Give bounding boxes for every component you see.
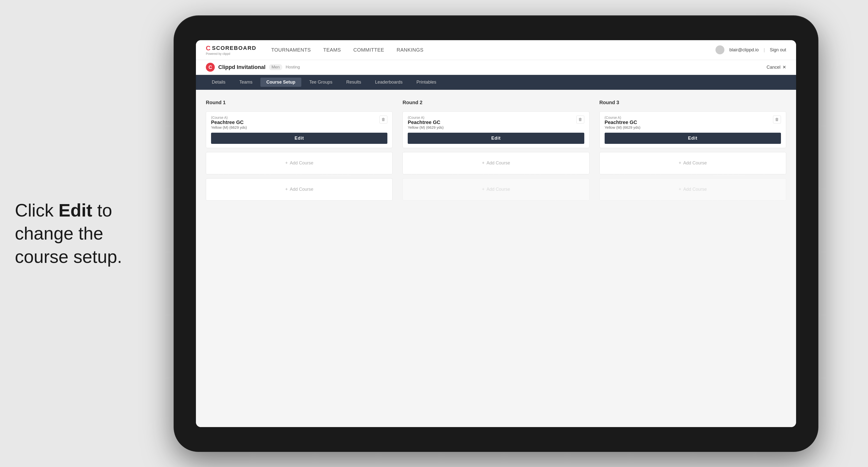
sign-out-link[interactable]: Sign out: [770, 48, 786, 53]
round-1-course-a-card: (Course A) Peachtree GC Yellow (M) (6629…: [206, 111, 393, 148]
round-2-column: Round 2 (Course A) Peachtree GC Yellow (…: [403, 100, 589, 200]
instruction-bold: Edit: [59, 200, 92, 220]
course-card-body: Edit: [600, 130, 786, 148]
tab-course-setup[interactable]: Course Setup: [260, 77, 301, 87]
main-content: Round 1 (Course A) Peachtree GC Yellow (…: [196, 90, 796, 427]
course-delete-button[interactable]: 🗑: [379, 116, 388, 124]
plus-icon: +: [285, 187, 288, 192]
course-card-body: Edit: [206, 130, 392, 148]
course-info: (Course A) Peachtree GC Yellow (M) (6629…: [408, 116, 444, 130]
round-2-title: Round 2: [403, 100, 589, 105]
cancel-button[interactable]: Cancel ✕: [767, 64, 786, 70]
nav-separator: |: [764, 48, 765, 53]
tab-teams[interactable]: Teams: [234, 77, 258, 87]
course-label: (Course A): [604, 116, 641, 120]
round-3-column: Round 3 (Course A) Peachtree GC Yellow (…: [599, 100, 786, 200]
course-name: Peachtree GC: [408, 120, 440, 125]
add-course-label: Add Course: [487, 187, 510, 192]
instruction-text: Click Edit to change the course setup.: [0, 184, 174, 283]
user-avatar: [715, 45, 724, 54]
plus-icon: +: [679, 187, 682, 192]
course-card-header: (Course A) Peachtree GC Yellow (M) (6629…: [206, 112, 392, 130]
course-name: Peachtree GC: [604, 120, 637, 125]
plus-icon: +: [482, 160, 485, 166]
tablet-screen: C SCOREBOARD Powered by clippd TOURNAMEN…: [196, 40, 796, 427]
round-1-edit-button[interactable]: Edit: [211, 133, 388, 144]
round-2-add-course-1[interactable]: + Add Course: [403, 152, 589, 174]
course-card-body: Edit: [403, 130, 589, 148]
subtitle-left: C Clippd Invitational Men Hosting: [206, 63, 300, 72]
logo-c-icon: C: [206, 44, 211, 52]
nav-rankings[interactable]: RANKINGS: [397, 47, 423, 53]
hosting-label: Hosting: [286, 65, 300, 70]
nav-tournaments[interactable]: TOURNAMENTS: [271, 47, 311, 53]
add-course-label: Add Course: [290, 160, 313, 166]
course-details: Yellow (M) (6629 yds): [408, 125, 444, 129]
subtitle-bar: C Clippd Invitational Men Hosting Cancel…: [196, 60, 796, 75]
trash-icon: 🗑: [775, 117, 779, 122]
tournament-title: Clippd Invitational: [218, 64, 266, 70]
round-3-course-a-card: (Course A) Peachtree GC Yellow (M) (6629…: [599, 111, 786, 148]
round-2-course-a-card: (Course A) Peachtree GC Yellow (M) (6629…: [403, 111, 589, 148]
tab-results[interactable]: Results: [340, 77, 367, 87]
course-delete-button[interactable]: 🗑: [773, 116, 781, 124]
round-3-add-course-2: + Add Course: [599, 178, 786, 200]
instruction-prefix: Click: [15, 200, 59, 220]
tablet-device: C SCOREBOARD Powered by clippd TOURNAMEN…: [174, 15, 818, 452]
plus-icon: +: [482, 187, 485, 192]
course-name: Peachtree GC: [211, 120, 244, 125]
subtitle-logo: C: [206, 63, 215, 72]
logo-area: C SCOREBOARD Powered by clippd: [206, 44, 256, 56]
trash-icon: 🗑: [578, 117, 582, 122]
round-3-add-course-1[interactable]: + Add Course: [599, 152, 786, 174]
logo-sub-text: Powered by clippd: [206, 52, 256, 56]
nav-items: TOURNAMENTS TEAMS COMMITTEE RANKINGS: [271, 47, 715, 53]
round-1-title: Round 1: [206, 100, 393, 105]
course-details: Yellow (M) (6629 yds): [211, 125, 247, 129]
course-card-header: (Course A) Peachtree GC Yellow (M) (6629…: [403, 112, 589, 130]
course-delete-button[interactable]: 🗑: [576, 116, 584, 124]
round-2-edit-button[interactable]: Edit: [408, 133, 584, 144]
course-details: Yellow (M) (6629 yds): [604, 125, 641, 129]
course-label: (Course A): [408, 116, 444, 120]
course-info: (Course A) Peachtree GC Yellow (M) (6629…: [211, 116, 247, 130]
nav-committee[interactable]: COMMITTEE: [353, 47, 384, 53]
tab-printables[interactable]: Printables: [410, 77, 442, 87]
round-1-add-course-2[interactable]: + Add Course: [206, 178, 393, 200]
nav-right: blair@clippd.io | Sign out: [715, 45, 786, 54]
nav-teams[interactable]: TEAMS: [323, 47, 341, 53]
round-1-add-course-1[interactable]: + Add Course: [206, 152, 393, 174]
rounds-grid: Round 1 (Course A) Peachtree GC Yellow (…: [206, 100, 786, 200]
add-course-label: Add Course: [487, 160, 510, 166]
cancel-label: Cancel: [767, 65, 780, 70]
user-email: blair@clippd.io: [730, 48, 758, 53]
tab-leaderboards[interactable]: Leaderboards: [369, 77, 408, 87]
top-nav: C SCOREBOARD Powered by clippd TOURNAMEN…: [196, 40, 796, 60]
tab-details[interactable]: Details: [206, 77, 231, 87]
course-info: (Course A) Peachtree GC Yellow (M) (6629…: [604, 116, 641, 130]
trash-icon: 🗑: [381, 117, 385, 122]
course-card-header: (Course A) Peachtree GC Yellow (M) (6629…: [600, 112, 786, 130]
round-3-title: Round 3: [599, 100, 786, 105]
add-course-label: Add Course: [290, 187, 313, 192]
tab-tee-groups[interactable]: Tee Groups: [303, 77, 338, 87]
add-course-label: Add Course: [683, 160, 707, 166]
tab-bar: Details Teams Course Setup Tee Groups Re…: [196, 75, 796, 90]
round-2-add-course-2: + Add Course: [403, 178, 589, 200]
plus-icon: +: [285, 160, 288, 166]
course-label: (Course A): [211, 116, 247, 120]
plus-icon: +: [679, 160, 682, 166]
round-1-column: Round 1 (Course A) Peachtree GC Yellow (…: [206, 100, 393, 200]
round-3-edit-button[interactable]: Edit: [604, 133, 781, 144]
cancel-icon: ✕: [782, 64, 786, 70]
add-course-label: Add Course: [683, 187, 707, 192]
tournament-badge: Men: [269, 64, 282, 70]
logo-text: SCOREBOARD: [212, 45, 256, 51]
